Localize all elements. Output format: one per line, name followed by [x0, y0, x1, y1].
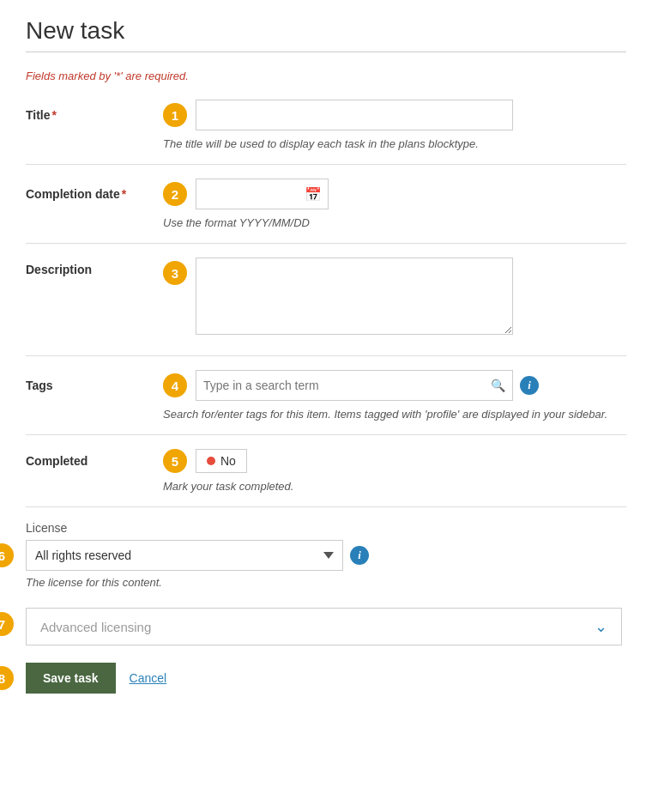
search-icon: 🔍 — [491, 379, 505, 392]
tags-row-with-info: 🔍 i — [196, 370, 626, 401]
title-field-wrapper — [196, 100, 626, 130]
license-label: License — [26, 521, 626, 535]
step-badge-6: 6 — [0, 543, 14, 567]
license-select[interactable]: All rights reserved Public Domain CC BY … — [26, 540, 343, 571]
description-section: Description 3 — [26, 258, 626, 356]
step-badge-4: 4 — [163, 373, 187, 397]
actions-row: 8 Save task Cancel — [26, 663, 626, 694]
date-wrapper: 📅 — [196, 179, 329, 209]
completion-date-section: Completion date* 2 📅 Use the format YYYY… — [26, 179, 626, 244]
page-title: New task — [26, 17, 626, 45]
step-badge-2: 2 — [163, 182, 187, 206]
advanced-licensing-label: Advanced licensing — [40, 620, 151, 634]
tags-input[interactable] — [203, 379, 487, 392]
step-badge-7: 7 — [0, 612, 14, 636]
title-hint: The title will be used to display each t… — [163, 137, 626, 150]
title-divider — [26, 52, 626, 52]
completion-date-input[interactable] — [196, 179, 329, 209]
completed-toggle-button[interactable]: No — [196, 449, 247, 473]
completed-row: Completed 5 No — [26, 449, 626, 473]
completed-button-label: No — [220, 454, 236, 468]
title-input[interactable] — [196, 100, 513, 130]
step-badge-8: 8 — [0, 666, 14, 690]
completed-dot-red — [207, 457, 215, 465]
tags-section: Tags 4 🔍 i Search for/enter tags for thi… — [26, 370, 626, 435]
step-badge-5: 5 — [163, 449, 187, 473]
chevron-down-icon: ⌄ — [595, 617, 607, 636]
tags-input-wrapper[interactable]: 🔍 — [196, 370, 513, 401]
completed-label: Completed — [26, 454, 163, 468]
tags-info-icon[interactable]: i — [520, 376, 539, 395]
cancel-button[interactable]: Cancel — [130, 671, 167, 685]
date-field-wrapper: 📅 — [196, 179, 626, 209]
required-note: Fields marked by '*' are required. — [26, 70, 626, 82]
step-badge-1: 1 — [163, 103, 187, 127]
description-field-wrapper — [196, 258, 626, 335]
license-hint: The license for this content. — [26, 576, 626, 589]
tags-label: Tags — [26, 379, 163, 392]
completion-date-row: Completion date* 2 📅 — [26, 179, 626, 209]
save-button[interactable]: Save task — [26, 663, 116, 694]
advanced-licensing-toggle[interactable]: Advanced licensing ⌄ — [26, 608, 622, 645]
title-section: Title* 1 The title will be used to displ… — [26, 100, 626, 165]
title-label: Title* — [26, 108, 163, 122]
completed-section: Completed 5 No Mark your task completed. — [26, 449, 626, 507]
completion-date-hint: Use the format YYYY/MM/DD — [163, 216, 626, 229]
description-label: Description — [26, 258, 163, 276]
tags-hint: Search for/enter tags for this item. Ite… — [163, 408, 626, 421]
tags-field-wrapper: 🔍 i — [196, 370, 626, 401]
completion-date-label: Completion date* — [26, 187, 163, 201]
step-badge-3: 3 — [163, 261, 187, 285]
description-textarea[interactable] — [196, 258, 513, 335]
completed-field-wrapper: No — [196, 449, 626, 473]
license-info-icon[interactable]: i — [350, 546, 369, 565]
tags-row: Tags 4 🔍 i — [26, 370, 626, 401]
license-section: License 6 All rights reserved Public Dom… — [26, 521, 626, 589]
advanced-licensing-wrapper: 7 Advanced licensing ⌄ — [26, 603, 626, 645]
completed-hint: Mark your task completed. — [163, 480, 626, 493]
description-row: Description 3 — [26, 258, 626, 335]
title-row: Title* 1 — [26, 100, 626, 130]
